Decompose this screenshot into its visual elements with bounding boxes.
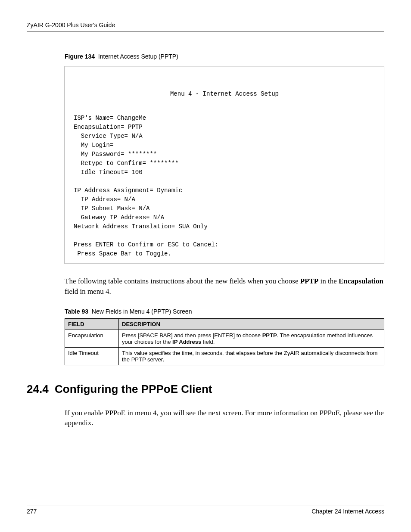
terminal-line: Press Space Bar to Toggle. [74, 250, 171, 257]
terminal-line: IP Subnet Mask= N/A [74, 205, 149, 212]
desc-text: field. [201, 339, 215, 345]
col-header-description: DESCRIPTION [119, 318, 384, 330]
terminal-line: Gateway IP Address= N/A [74, 214, 164, 221]
running-header: ZyAIR G-2000 Plus User's Guide [27, 22, 384, 31]
terminal-line: Encapsulation= PPTP [74, 124, 143, 131]
cell-description: This value specifies the time, in second… [119, 347, 384, 365]
terminal-menu-title: Menu 4 - Internet Access Setup [74, 90, 375, 99]
terminal-line: IP Address Assignment= Dynamic [74, 187, 182, 194]
para-text: The following table contains instruction… [65, 277, 300, 285]
terminal-box: Menu 4 - Internet Access Setup ISP's Nam… [65, 66, 384, 264]
terminal-line: IP Address= N/A [74, 196, 135, 203]
page-number: 277 [27, 508, 37, 515]
cell-field: Encapsulation [65, 330, 119, 347]
table-row: Encapsulation Press [SPACE BAR] and then… [65, 330, 384, 347]
section-paragraph: If you enable PPPoE in menu 4, you will … [65, 408, 384, 429]
terminal-line: Idle Timeout= 100 [74, 169, 143, 176]
terminal-line: ISP's Name= ChangeMe [74, 115, 146, 121]
para-text: field in menu 4. [65, 287, 111, 296]
para-bold: PPTP [300, 277, 319, 285]
table-header-row: FIELD DESCRIPTION [65, 318, 384, 330]
terminal-line: My Login= [74, 142, 113, 149]
desc-bold: IP Address [172, 339, 201, 345]
section-number: 24.4 [27, 383, 49, 395]
chapter-label: Chapter 24 Internet Access [311, 508, 384, 515]
terminal-line: Retype to Confirm= ******** [74, 160, 179, 167]
fields-table: FIELD DESCRIPTION Encapsulation Press [S… [65, 318, 384, 365]
table-title: New Fields in Menu 4 (PPTP) Screen [92, 308, 192, 315]
figure-label: Figure 134 [65, 53, 95, 60]
figure-caption: Figure 134 Internet Access Setup (PPTP) [65, 53, 384, 60]
figure-title: Internet Access Setup (PPTP) [98, 53, 178, 60]
page-footer: 277 Chapter 24 Internet Access [27, 505, 384, 515]
section-title: Configuring the PPPoE Client [55, 383, 212, 395]
para-bold: Encapsulation [339, 277, 383, 285]
terminal-line: My Password= ******** [74, 151, 157, 158]
terminal-line: Network Address Translation= SUA Only [74, 223, 208, 230]
desc-bold: PPTP [262, 332, 277, 339]
table-caption: Table 93 New Fields in Menu 4 (PPTP) Scr… [65, 308, 384, 315]
cell-field: Idle Timeout [65, 347, 119, 365]
para-text: in the [318, 277, 339, 285]
table-row: Idle Timeout This value specifies the ti… [65, 347, 384, 365]
desc-text: Press [SPACE BAR] and then press [ENTER]… [122, 332, 262, 339]
col-header-field: FIELD [65, 318, 119, 330]
cell-description: Press [SPACE BAR] and then press [ENTER]… [119, 330, 384, 347]
terminal-line: Press ENTER to Confirm or ESC to Cancel: [74, 241, 218, 248]
intro-paragraph: The following table contains instruction… [65, 276, 384, 297]
section-heading: 24.4 Configuring the PPPoE Client [27, 383, 384, 396]
table-label: Table 93 [65, 308, 88, 315]
terminal-line: Service Type= N/A [74, 133, 143, 140]
